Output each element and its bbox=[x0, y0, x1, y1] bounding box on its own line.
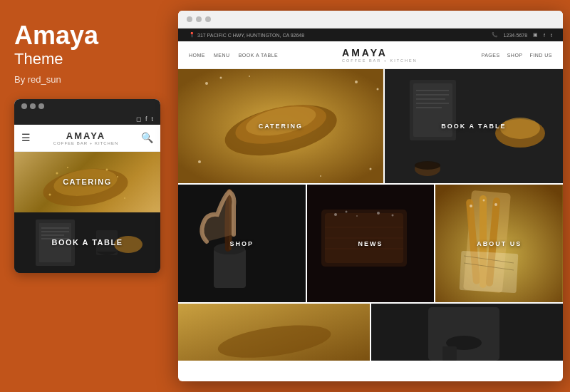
svg-point-64 bbox=[483, 200, 485, 202]
browser-mockup: 📍 317 PACIFIC C HWY, HUNTINGTON, CA 9264… bbox=[178, 11, 563, 381]
nav-find-us[interactable]: FIND US bbox=[530, 53, 553, 58]
browser-chrome bbox=[178, 11, 563, 29]
about-label: ABOUT US bbox=[477, 240, 522, 247]
svg-point-5 bbox=[117, 176, 118, 177]
svg-point-65 bbox=[494, 203, 497, 206]
mobile-tile-book[interactable]: BOOK A TABLE bbox=[14, 212, 160, 273]
site-address: 📍 317 PACIFIC C HWY, HUNTINGTON, CA 9264… bbox=[189, 32, 304, 38]
site-logo: AMAYA COFFEE BAR + KITCHEN bbox=[342, 47, 418, 63]
tiles-row1: CATERING BOOK A TABLE bbox=[178, 69, 563, 183]
mobile-nav: ☰ AMAYA COFFEE BAR + KITCHEN 🔍 bbox=[14, 125, 160, 152]
tile-book-a-table[interactable]: BOOK A TABLE bbox=[385, 69, 563, 183]
bottom-left-svg bbox=[178, 304, 370, 361]
svg-point-51 bbox=[345, 211, 347, 213]
svg-rect-42 bbox=[214, 249, 246, 288]
svg-point-28 bbox=[320, 175, 321, 177]
nav-menu[interactable]: MENU bbox=[214, 53, 230, 58]
tile-bottom-right[interactable] bbox=[371, 304, 563, 361]
tw-icon[interactable]: t bbox=[551, 33, 552, 38]
svg-point-2 bbox=[56, 172, 58, 174]
f-icon[interactable]: f bbox=[544, 33, 545, 38]
mobile-catering-label: CATERING bbox=[63, 177, 112, 186]
svg-point-24 bbox=[377, 88, 379, 91]
svg-point-54 bbox=[391, 215, 393, 217]
mobile-chrome-bar bbox=[14, 99, 160, 113]
mobile-logo: AMAYA bbox=[53, 130, 119, 141]
nav-left-links: HOME MENU BOOK A TABLE bbox=[189, 53, 278, 58]
book-label: BOOK A TABLE bbox=[441, 123, 506, 130]
nav-shop[interactable]: SHOP bbox=[507, 53, 523, 58]
phone-icon: 📞 bbox=[492, 32, 498, 38]
svg-point-50 bbox=[334, 213, 337, 216]
svg-point-22 bbox=[220, 77, 222, 79]
ig-icon[interactable]: ▣ bbox=[533, 32, 538, 38]
svg-point-52 bbox=[356, 215, 358, 217]
browser-dot-3 bbox=[205, 16, 211, 22]
svg-point-26 bbox=[370, 168, 372, 170]
theme-author: By red_sun bbox=[14, 74, 160, 85]
svg-point-3 bbox=[67, 167, 68, 168]
tile-news[interactable]: NEWS bbox=[307, 185, 435, 302]
catering-label: CATERING bbox=[259, 123, 303, 130]
nav-pages[interactable]: PAGES bbox=[482, 53, 500, 58]
mobile-book-label: BOOK A TABLE bbox=[51, 238, 123, 247]
tile-about-us[interactable]: ABOUT US bbox=[435, 185, 563, 302]
svg-rect-60 bbox=[460, 251, 519, 293]
svg-rect-71 bbox=[442, 346, 457, 361]
news-label: NEWS bbox=[358, 240, 383, 247]
shop-label: SHOP bbox=[230, 240, 254, 247]
nav-home[interactable]: HOME bbox=[189, 53, 205, 58]
nav-right-links: PAGES SHOP FIND US bbox=[482, 53, 552, 58]
svg-point-27 bbox=[249, 76, 250, 77]
svg-point-25 bbox=[198, 160, 201, 163]
svg-rect-69 bbox=[428, 307, 499, 361]
svg-point-21 bbox=[205, 82, 208, 85]
tiles-row3 bbox=[178, 304, 563, 361]
nav-book-table[interactable]: BOOK A TABLE bbox=[239, 53, 279, 58]
browser-dot-2 bbox=[196, 16, 202, 22]
mobile-tw-icon: t bbox=[151, 115, 153, 123]
hamburger-icon[interactable]: ☰ bbox=[21, 132, 31, 143]
browser-dot-1 bbox=[187, 16, 192, 22]
tile-catering[interactable]: CATERING bbox=[178, 69, 383, 183]
svg-point-7 bbox=[124, 197, 125, 199]
left-panel: Amaya Theme By red_sun ◻ f t ☰ AMAYA COF… bbox=[0, 0, 175, 392]
mobile-dot-1 bbox=[21, 103, 27, 109]
mobile-preview: ◻ f t ☰ AMAYA COFFEE BAR + KITCHEN 🔍 bbox=[14, 99, 160, 273]
location-icon: 📍 bbox=[189, 32, 195, 38]
tiles-row2: SHOP NEWS bbox=[178, 185, 563, 302]
site-topbar: 📍 317 PACIFIC C HWY, HUNTINGTON, CA 9264… bbox=[178, 29, 563, 41]
site-nav: HOME MENU BOOK A TABLE AMAYA COFFEE BAR … bbox=[178, 41, 563, 69]
tile-shop[interactable]: SHOP bbox=[178, 185, 306, 302]
mobile-ig-icon: ◻ bbox=[136, 115, 141, 123]
svg-point-4 bbox=[106, 168, 108, 170]
theme-title: Amaya Theme bbox=[14, 21, 160, 68]
svg-point-40 bbox=[415, 161, 440, 170]
mobile-tile-catering[interactable]: CATERING bbox=[14, 152, 160, 212]
svg-point-6 bbox=[49, 193, 51, 195]
site-topbar-right: 📞 1234-5678 ▣ f t bbox=[492, 32, 552, 38]
mobile-f-icon: f bbox=[145, 115, 147, 123]
mobile-logo-sub: COFFEE BAR + KITCHEN bbox=[53, 141, 119, 145]
mobile-dot-3 bbox=[38, 103, 44, 109]
svg-point-63 bbox=[470, 205, 472, 207]
svg-point-23 bbox=[355, 81, 358, 83]
svg-point-53 bbox=[377, 212, 380, 215]
mobile-social-bar: ◻ f t bbox=[14, 113, 160, 125]
mobile-search-icon[interactable]: 🔍 bbox=[141, 132, 153, 143]
tile-bottom-left[interactable] bbox=[178, 304, 370, 361]
mobile-dot-2 bbox=[30, 103, 36, 109]
bottom-right-svg bbox=[371, 304, 563, 361]
